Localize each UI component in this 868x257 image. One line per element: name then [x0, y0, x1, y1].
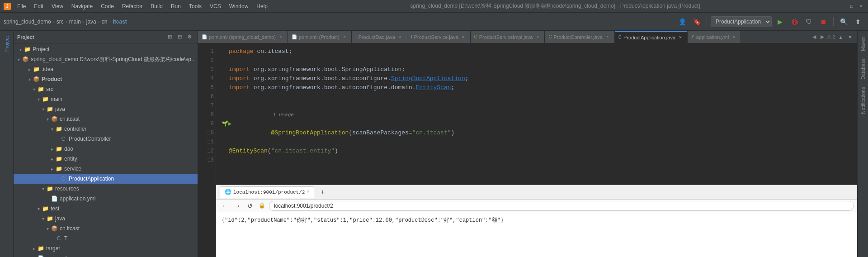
git-update-button[interactable]: ⬆ — [852, 15, 864, 28]
tree-item-project[interactable]: ▾ 📁 Project — [14, 44, 198, 54]
tree-item-src[interactable]: ▾ 📁 src — [14, 84, 198, 94]
menu-edit[interactable]: Edit — [30, 2, 47, 10]
minimize-button[interactable]: − — [839, 3, 846, 10]
maven-panel-button[interactable]: Maven — [859, 33, 867, 55]
tree-item-idea[interactable]: ▸ 📁 .idea — [14, 64, 198, 74]
code-content[interactable]: package cn.itcast; import org.springfram… — [216, 43, 857, 257]
expand-icon: ▸ — [49, 147, 55, 152]
tree-item-main[interactable]: ▾ 📁 main — [14, 94, 198, 104]
tree-item-application-yml[interactable]: 📄 application.yml — [14, 194, 198, 204]
tab-pom-product[interactable]: 📄 pom.xml (Product) × — [288, 31, 352, 43]
tab-product-service-impl[interactable]: C ProductServiceImpl.java × — [471, 31, 545, 43]
browser-new-tab[interactable]: + — [317, 187, 328, 197]
menu-build[interactable]: Build — [147, 2, 166, 10]
menu-view[interactable]: View — [48, 2, 67, 10]
tree-item-spring-cloud-demo[interactable]: ▾ 📦 spring_cloud_demo D:\work\资料-SpringC… — [14, 54, 198, 64]
menu-vcs[interactable]: VCS — [206, 2, 225, 10]
window-title: spring_cloud_demo [D:\work\资料-SpringClou… — [271, 2, 839, 10]
sidebar-project-button[interactable]: Project — [3, 33, 10, 55]
browser-back-button[interactable]: ← — [220, 201, 230, 211]
menu-tools[interactable]: Tools — [185, 2, 205, 10]
code-line-6 — [222, 92, 852, 101]
tree-item-controller[interactable]: ▾ 📁 controller — [14, 124, 198, 134]
menu-navigate[interactable]: Navigate — [68, 2, 96, 10]
tab-close-button[interactable]: × — [278, 34, 284, 40]
breadcrumb-java[interactable]: java — [86, 19, 96, 25]
tree-item-cn-itcast[interactable]: ▾ 📦 cn.itcast — [14, 114, 198, 124]
notifications-panel-button[interactable]: Notifications — [859, 83, 867, 118]
breadcrumb-main[interactable]: main — [69, 19, 81, 25]
menu-window[interactable]: Window — [226, 2, 252, 10]
tree-item-cn-itcast-test[interactable]: ▾ 📦 cn.itcast — [14, 224, 198, 233]
tree-item-label: cn.itcast — [60, 116, 80, 122]
tab-label: ProductApplication.java — [623, 35, 675, 40]
breadcrumb-src[interactable]: src — [57, 19, 64, 25]
browser-address-bar[interactable] — [269, 201, 854, 211]
menu-file[interactable]: File — [14, 2, 29, 10]
tabs-scroll-right[interactable]: ▶ — [819, 33, 826, 41]
tree-item-entity[interactable]: ▸ 📁 entity — [14, 154, 198, 164]
tab-pom-scd[interactable]: 📄 pom.xml (spring_cloud_demo) × — [198, 31, 288, 43]
tab-product-service[interactable]: I ProductService.java × — [407, 31, 471, 43]
breadcrumb-cn[interactable]: cn — [102, 19, 108, 25]
debug-button[interactable]: 🐞 — [788, 15, 801, 28]
tree-item-T[interactable]: C T — [14, 233, 198, 243]
menu-run[interactable]: Run — [167, 2, 184, 10]
tree-item-service[interactable]: ▸ 📁 service — [14, 164, 198, 174]
browser-refresh-button[interactable]: ↺ — [245, 201, 255, 211]
maximize-button[interactable]: □ — [848, 3, 855, 10]
tree-item-target[interactable]: ▸ 📁 target — [14, 243, 198, 253]
tree-item-product-application[interactable]: C ProductApplication — [14, 174, 198, 184]
tab-close-button[interactable]: × — [677, 34, 684, 41]
warnings-down[interactable]: ▼ — [846, 33, 854, 41]
tree-item-pom-product[interactable]: 📄 pom.xml — [14, 253, 198, 257]
address-icon: 🔒 — [259, 201, 265, 210]
close-button[interactable]: × — [857, 3, 864, 10]
expand-icon: ▾ — [15, 57, 22, 62]
tree-item-dao[interactable]: ▸ 📁 dao — [14, 144, 198, 154]
menu-help[interactable]: Help — [253, 2, 271, 10]
run-button[interactable]: ▶ — [774, 15, 786, 28]
tree-item-test[interactable]: ▾ 📁 test — [14, 204, 198, 214]
tab-close-button[interactable]: × — [397, 34, 403, 40]
tab-close-button[interactable]: × — [534, 34, 541, 40]
search-everywhere-button[interactable]: 🔍 — [837, 15, 850, 28]
breadcrumb-project[interactable]: spring_cloud_demo — [4, 19, 51, 25]
tab-close-button[interactable]: × — [731, 34, 737, 40]
tree-item-resources[interactable]: ▾ 📁 resources — [14, 184, 198, 194]
tab-product-controller[interactable]: C ProductController.java × — [545, 31, 614, 43]
tree-item-java[interactable]: ▾ 📁 java — [14, 104, 198, 114]
tree-item-product[interactable]: ▾ 📦 Product — [14, 74, 198, 84]
menu-refactor[interactable]: Refactor — [118, 2, 146, 10]
tree-item-product-controller[interactable]: C ProductController — [14, 134, 198, 144]
menu-code[interactable]: Code — [97, 2, 118, 10]
run-with-coverage-button[interactable]: 🛡 — [802, 15, 815, 28]
tab-close-button[interactable]: × — [604, 34, 611, 40]
browser-forward-button[interactable]: → — [232, 201, 242, 211]
line-num-5: 5 — [200, 83, 214, 92]
tree-item-label: cn.itcast — [60, 225, 80, 232]
expand-all-icon[interactable]: ⊞ — [165, 33, 174, 42]
tree-item-java-test[interactable]: ▾ 📁 java — [14, 214, 198, 224]
settings-icon[interactable]: ⚙ — [185, 33, 194, 42]
collapse-all-icon[interactable]: ⊟ — [175, 33, 184, 42]
code-editor: 1 2 3 4 5 6 7 8 9 10 11 12 13 package cn… — [198, 43, 857, 257]
warnings-up[interactable]: ▲ — [836, 33, 845, 41]
breadcrumb-itcast[interactable]: itcast — [113, 19, 127, 25]
browser-tab-label: localhost:9001/product/2 — [233, 188, 305, 197]
browser-tab-close[interactable]: × — [307, 188, 309, 197]
line-num-9: 9 — [200, 119, 214, 128]
run-config-select[interactable]: ProductApplication — [711, 16, 772, 27]
database-panel-button[interactable]: Database — [859, 55, 867, 83]
tab-application-yml[interactable]: Y application.yml × — [688, 31, 741, 43]
tab-product-application[interactable]: C ProductApplication.java × — [615, 31, 688, 43]
tab-close-button[interactable]: × — [341, 34, 348, 40]
stop-button[interactable]: ⏹ — [817, 15, 830, 28]
tab-close-button[interactable]: × — [460, 34, 467, 40]
tab-product-dao[interactable]: I ProductDao.java × — [352, 31, 407, 43]
tabs-scroll-left[interactable]: ◀ — [811, 33, 818, 41]
toolbar-settings-button[interactable]: 🔖 — [690, 15, 703, 28]
toolbar-search-button[interactable]: 👤 — [676, 15, 689, 28]
bean-gutter-icon[interactable]: 🌱 — [222, 119, 228, 128]
browser-tab[interactable]: 🌐 localhost:9001/product/2 × — [220, 186, 314, 198]
